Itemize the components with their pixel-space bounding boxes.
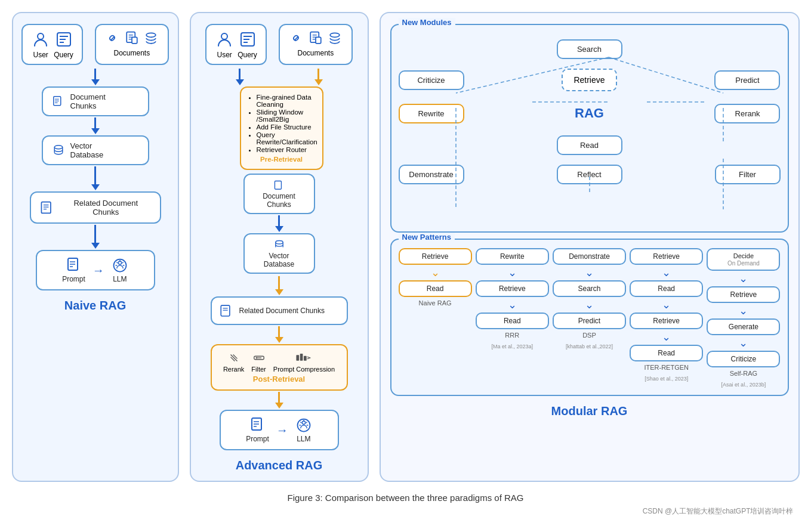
svg-point-10 xyxy=(146,33,156,37)
naive-top-icons: User Query xyxy=(21,24,169,65)
svg-rect-49 xyxy=(300,354,303,361)
advanced-title: Advanced RAG xyxy=(236,459,323,472)
filter-box: Filter xyxy=(715,165,781,184)
svg-point-15 xyxy=(54,146,63,149)
svg-rect-39 xyxy=(221,305,230,316)
svg-point-38 xyxy=(275,240,282,244)
svg-rect-37 xyxy=(275,181,281,189)
adv-arr2 xyxy=(275,215,283,232)
advanced-rag-panel: User Query Documents xyxy=(190,12,369,482)
naive-rag-title: Naive RAG xyxy=(419,299,452,307)
new-modules-section: New Modules Search Criticize Retrieve xyxy=(390,24,789,233)
prompt-llm-box: Prompt → LLM xyxy=(36,250,155,290)
modular-title: Modular RAG xyxy=(551,404,628,418)
svg-rect-50 xyxy=(304,356,307,361)
dsp-predict: Predict xyxy=(553,313,626,329)
adv-arr-orange3 xyxy=(275,326,283,343)
adv-prompt-llm-box: Prompt → LLM xyxy=(220,410,339,450)
rrr-read: Read xyxy=(476,313,549,329)
demonstrate-box: Demonstrate xyxy=(399,165,464,184)
read-box: Read xyxy=(557,135,622,155)
svg-point-0 xyxy=(38,33,44,39)
svg-point-47 xyxy=(255,357,257,359)
naive-retrieve: Retrieve xyxy=(399,248,472,265)
arrow-3 xyxy=(91,166,100,190)
vector-db-box: VectorDatabase xyxy=(42,135,149,165)
new-modules-label: New Modules xyxy=(399,18,455,27)
iter-retrieve1: Retrieve xyxy=(630,248,703,265)
prompt-label: Prompt xyxy=(62,275,85,283)
query-icon-item: Query xyxy=(54,30,73,59)
adv-vec-db: VectorDatabase xyxy=(243,233,315,274)
query-label: Query xyxy=(54,51,73,59)
selfrag-generate: Generate xyxy=(707,318,780,335)
adv-arrow-1 xyxy=(236,69,244,85)
arrow-1 xyxy=(91,69,100,85)
criticize-box: Criticize xyxy=(399,70,464,90)
new-patterns-label: New Patterns xyxy=(399,233,455,242)
svg-rect-9 xyxy=(132,37,137,44)
post-retrieval-title: Post-Retrieval xyxy=(220,375,338,383)
adv-top-icons: User Query Documents xyxy=(205,24,353,65)
svg-point-56 xyxy=(302,421,305,424)
pre-retrieval-title: Pre-Retrieval xyxy=(248,156,315,163)
naive-rag-panel: User Query xyxy=(12,12,179,482)
search-box: Search xyxy=(557,39,622,59)
watermark: CSDN @人工智能大模型chatGPT培训咨询叶梓 xyxy=(12,506,800,516)
pattern-self-rag: DecideOn Demand ⌄ Retrieve ⌄ Generate ⌄ … xyxy=(707,248,780,388)
svg-point-36 xyxy=(330,33,340,37)
dsp-demonstrate: Demonstrate xyxy=(553,248,626,265)
svg-rect-16 xyxy=(41,202,50,214)
pattern-dsp: Demonstrate ⌄ Search ⌄ Predict DSP [khat… xyxy=(553,248,626,388)
adv-arr-orange2 xyxy=(275,276,283,295)
new-patterns-section: New Patterns Retrieve ⌄ Read Naive RAG R… xyxy=(390,239,789,396)
dsp-search: Search xyxy=(553,280,626,297)
adv-arrow-orange-1 xyxy=(314,69,323,85)
modular-rag-panel: New Modules Search Criticize Retrieve xyxy=(380,12,800,482)
svg-rect-48 xyxy=(297,355,300,360)
predict-box: Predict xyxy=(714,70,780,90)
adv-arr-orange4 xyxy=(275,392,283,409)
svg-point-26 xyxy=(221,33,227,39)
pattern-naive-rag: Retrieve ⌄ Read Naive RAG xyxy=(399,248,472,388)
rerank-box: Rerank xyxy=(714,104,780,123)
user-label: User xyxy=(33,51,48,59)
rewrite-box: Rewrite xyxy=(399,104,464,123)
naive-title: Naive RAG xyxy=(64,299,126,313)
adv-doc-chunks: DocumentChunks xyxy=(243,174,315,214)
svg-point-25 xyxy=(118,261,121,264)
iter-retrieve2: Retrieve xyxy=(630,313,703,329)
user-icon-item: User xyxy=(31,30,50,59)
pre-retrieval-box: Fine-grained Data Cleaning Sliding Windo… xyxy=(240,86,323,170)
retrieve-box: Retrieve xyxy=(562,69,616,91)
documents-label: Documents xyxy=(113,49,150,57)
rag-center: RAG xyxy=(568,101,611,126)
selfrag-criticize: Criticize xyxy=(707,351,780,367)
rrr-retrieve: Retrieve xyxy=(476,280,549,297)
selfrag-decide: DecideOn Demand xyxy=(707,248,780,271)
figure-caption: Figure 3: Comparison between the three p… xyxy=(287,493,523,503)
pattern-iter-retgen: Retrieve ⌄ Read ⌄ Retrieve ⌄ Read ITER-R… xyxy=(630,248,703,388)
pattern-rrr: Rewrite ⌄ Retrieve ⌄ Read RRR [Ma et al.… xyxy=(476,248,549,388)
iter-read2: Read xyxy=(630,345,703,361)
naive-read: Read xyxy=(399,280,472,297)
main-container: User Query xyxy=(12,12,800,482)
doc-chunks-box: DocumentChunks xyxy=(42,86,149,116)
post-retrieval-box: Rerank Filter xyxy=(211,344,348,391)
selfrag-retrieve: Retrieve xyxy=(707,286,780,303)
related-doc-chunks-box: Related Document Chunks xyxy=(30,191,161,224)
arrow-4 xyxy=(91,225,100,249)
iter-read1: Read xyxy=(630,280,703,297)
reflect-box: Reflect xyxy=(557,165,622,184)
arrow-2 xyxy=(91,117,100,134)
llm-label: LLM xyxy=(113,275,127,283)
patterns-grid: Retrieve ⌄ Read Naive RAG Rewrite ⌄ Retr… xyxy=(399,248,781,388)
rrr-rewrite: Rewrite xyxy=(476,248,549,265)
adv-related-chunks: Related Document Chunks xyxy=(211,296,348,325)
svg-rect-35 xyxy=(316,37,321,44)
